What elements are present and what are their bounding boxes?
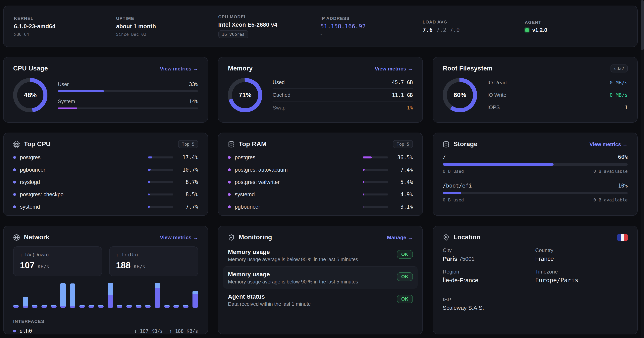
memory-donut-value: 71% (228, 78, 262, 112)
process-value: 36.5% (392, 154, 413, 160)
traffic-bar (174, 305, 179, 308)
process-value: 4.9% (392, 192, 413, 197)
stat-agent: AGENT v1.2.0 (525, 6, 627, 46)
location-header: Location (443, 233, 628, 241)
memory-rows: Used 45.7 GB Cached 11.1 GB Swap 1% (272, 76, 413, 114)
process-bar (148, 156, 173, 158)
device-badge: sda2 (610, 64, 628, 72)
traffic-bar (117, 305, 122, 308)
memory-used-value: 45.7 GB (392, 79, 413, 85)
bullet-icon (13, 330, 16, 333)
top-cpu-list: postgres 17.4% pgbouncer 10.7% rsyslogd … (13, 151, 198, 213)
isp-label: ISP (443, 297, 628, 303)
network-view-metrics-link[interactable]: View metrics → (160, 234, 198, 240)
cpu-meters: User 33% System 14% (58, 81, 198, 109)
process-bar (363, 194, 388, 195)
cpu-usage-title: CPU Usage (13, 65, 48, 72)
cpu-model-value: Intel Xeon E5-2680 v4 (218, 21, 320, 28)
root-fs-title: Root Filesystem (443, 65, 492, 72)
agent-online-dot-icon (525, 28, 529, 32)
field-country: Country France (535, 247, 628, 262)
database-icon (443, 141, 450, 147)
process-bar (148, 169, 173, 171)
process-value: 8.5% (177, 192, 198, 197)
field-isp: ISP Scaleway S.A.S. (443, 297, 628, 311)
field-timezone: Timezone Europe/Paris (535, 269, 628, 284)
traffic-bar (79, 305, 85, 308)
volume-root: / 60% 0 B used 0 B available (443, 154, 628, 174)
process-name: pgbouncer (235, 204, 359, 210)
arrow-down-icon: ↓ (20, 252, 22, 258)
cpu-view-metrics-link[interactable]: View metrics → (160, 65, 198, 71)
process-row: systemd 7.7% (13, 201, 198, 213)
monitoring-header: Monitoring Manage → (228, 233, 413, 241)
iops-label: IOPS (488, 104, 500, 110)
city-label: City (443, 247, 535, 253)
alert-row[interactable]: Memory usage Memory usage average is bel… (223, 266, 418, 289)
volume-boot-efi: /boot/efi 10% 0 B used 0 B available (443, 182, 628, 203)
process-row: pgbouncer 3.1% (228, 201, 413, 213)
globe-icon (13, 234, 20, 241)
location-title: Location (454, 234, 480, 241)
status-badge: OK (397, 250, 413, 259)
process-value: 3.1% (392, 204, 413, 210)
process-name: systemd (20, 204, 144, 210)
ip-value[interactable]: 51.158.166.92 (320, 23, 422, 29)
network-rates: ↓ Rx (Down) 107 KB/s ↑ Tx (Up) 188 KB/s (13, 246, 198, 276)
process-name: postgres: walwriter (235, 179, 359, 185)
traffic-bar (154, 283, 160, 308)
memory-card: Memory View metrics → 71% Used 45.7 GB C… (218, 57, 423, 123)
iops-row: IOPS 1 (488, 101, 628, 113)
cpu-donut-gauge: 48% (13, 78, 48, 112)
storage-card: Storage View metrics → / 60% 0 B used 0 … (433, 133, 638, 216)
tx-box: ↑ Tx (Up) 188 KB/s (109, 246, 198, 276)
memory-used-label: Used (272, 79, 285, 85)
bullet-icon (228, 181, 231, 184)
field-region: Region Île-de-France (443, 269, 535, 284)
rx-unit: KB/s (38, 264, 49, 270)
cpu-donut-value: 48% (13, 78, 48, 112)
storage-view-metrics-link[interactable]: View metrics → (590, 141, 628, 147)
interface-down: ↓ 107 KB/s (134, 328, 163, 334)
traffic-bar (13, 305, 19, 308)
network-traffic-chart (13, 283, 198, 308)
bullet-icon (228, 193, 231, 196)
io-write-row: IO Write 0 MB/s (488, 89, 628, 101)
memory-cached-row: Cached 11.1 GB (272, 89, 413, 101)
kernel-arch: x86_64 (14, 32, 116, 37)
interfaces-label: INTERFACES (13, 319, 198, 324)
alert-row[interactable]: Memory usage Memory usage average is bel… (228, 244, 413, 266)
io-read-value: 0 MB/s (610, 80, 628, 86)
cpu-model-label: CPU MODEL (218, 14, 320, 19)
alert-description: Memory usage average is below 90 % in th… (228, 279, 390, 285)
traffic-bar (42, 305, 47, 308)
memory-cached-value: 11.1 GB (392, 92, 413, 98)
france-flag-icon (617, 234, 628, 241)
timezone-value: Europe/Paris (535, 277, 628, 284)
scrollbar-thumb[interactable] (641, 0, 644, 50)
monitoring-manage-link[interactable]: Manage → (387, 234, 413, 240)
process-row: systemd 4.9% (228, 188, 413, 201)
cpu-system-bar (58, 107, 198, 109)
bullet-icon (228, 156, 231, 159)
volume-path: /boot/efi (443, 182, 472, 189)
region-value: Île-de-France (443, 277, 535, 284)
volume-available: 0 B available (594, 197, 628, 203)
scrollbar[interactable] (641, 0, 644, 338)
load-avg-values: 7.6 7.2 7.0 (422, 27, 525, 33)
alert-row[interactable]: Agent Status Data received within the la… (228, 289, 413, 311)
process-value: 8.7% (177, 179, 198, 185)
top-ram-card: Top RAM Top 5 postgres 36.5% postgres: a… (218, 133, 423, 216)
memory-swap-label: Swap (272, 105, 286, 111)
root-fs-header: Root Filesystem sda2 (443, 64, 628, 72)
volume-percent: 60% (618, 154, 628, 160)
alert-title: Memory usage (228, 271, 390, 278)
traffic-bar (126, 305, 132, 308)
memory-view-metrics-link[interactable]: View metrics → (374, 65, 413, 71)
io-read-label: IO Read (488, 80, 507, 86)
status-badge: OK (397, 272, 413, 281)
memory-title: Memory (228, 65, 253, 72)
load-avg-label: LOAD AVG (422, 19, 525, 24)
ip-sub: - (320, 32, 422, 37)
process-bar (148, 194, 173, 195)
